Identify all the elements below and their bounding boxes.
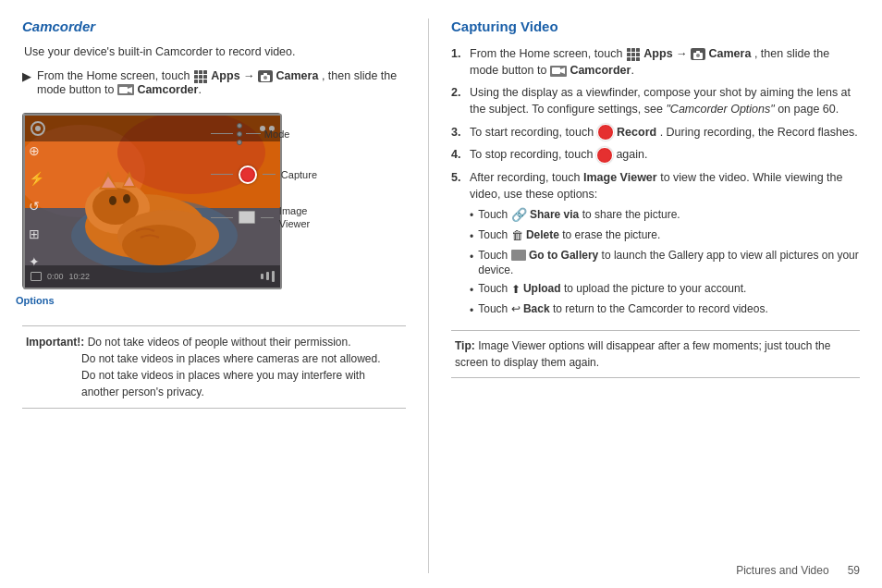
step-num-5: 5. — [451, 169, 464, 319]
step-3: 3. To start recording, touch Record . Du… — [451, 124, 860, 141]
step-1-text: From the Home screen, touch Apps → — [470, 45, 860, 79]
camera-preview-container: 0:00 10:22 ⊕ ⚡ ↺ ⊞ ✦ — [22, 113, 281, 288]
step-5: 5. After recording, touch Image Viewer t… — [451, 169, 860, 319]
thumbnail-box — [31, 272, 42, 281]
bar2 — [266, 272, 269, 280]
apps-grid-icon — [194, 70, 207, 83]
svg-rect-2 — [263, 73, 267, 75]
camcorder-icon-right — [550, 66, 567, 77]
capture-control: Capture — [211, 165, 317, 184]
mode-dot-2 — [237, 131, 242, 137]
viewer-label: ImageViewer — [279, 204, 310, 231]
sub-bullet-gallery: • Touch Go to Gallery to launch the Gall… — [470, 248, 860, 279]
selfie-icon: ↺ — [29, 199, 44, 214]
important-text1: Do not take videos of people without the… — [88, 336, 351, 349]
flash-icon: ⚡ — [29, 171, 44, 186]
left-side-icons: ⊕ ⚡ ↺ ⊞ ✦ — [29, 143, 44, 269]
camera-icon-right — [691, 48, 705, 60]
footer-section: Pictures and Video — [736, 564, 829, 577]
trash-icon: 🗑 — [511, 227, 523, 244]
capture-button[interactable] — [239, 165, 257, 184]
capture-line2 — [263, 174, 276, 175]
svg-rect-23 — [696, 51, 700, 53]
step-1: 1. From the Home screen, touch Apps → — [451, 45, 860, 79]
apps-grid-icon-right — [627, 48, 640, 61]
arrow-bullet-icon: ▶ — [22, 69, 31, 83]
bullet-dot-3: • — [470, 250, 473, 265]
important-box: Important!: Do not take videos of people… — [22, 325, 406, 409]
mode-label: Mode — [264, 129, 290, 140]
sub-bullet-delete: • Touch 🗑 Delete to erase the picture. — [470, 227, 860, 245]
bar1 — [261, 274, 263, 279]
share-text: Touch 🔗 Share via to share the picture. — [478, 206, 680, 225]
steps-list: 1. From the Home screen, touch Apps → — [451, 45, 860, 319]
mode-line — [211, 133, 233, 134]
share-icon: 🔗 — [511, 206, 527, 225]
grid-icon: ⊞ — [29, 227, 44, 241]
intro-text: Use your device's built-in Camcorder to … — [24, 45, 406, 58]
record-button-inline-2 — [596, 147, 613, 164]
tip-text: Image Viewer options will disappear afte… — [455, 339, 830, 369]
upload-icon: ⬆ — [511, 282, 521, 298]
settings-circle-icon — [31, 121, 45, 136]
svg-point-1 — [263, 76, 267, 80]
step-2-text: Using the display as a viewfinder, compo… — [470, 84, 860, 117]
important-text2: Do not take videos in places where camer… — [81, 350, 402, 367]
bullet-dot-2: • — [470, 229, 473, 245]
capture-label: Capture — [281, 169, 317, 180]
timer-text: 0:00 — [47, 272, 64, 281]
sub-bullets-list: • Touch 🔗 Share via to share the picture… — [470, 206, 860, 319]
svg-point-22 — [696, 54, 700, 57]
viewer-control: ImageViewer — [211, 204, 310, 231]
svg-rect-3 — [119, 87, 128, 93]
step-2: 2. Using the display as a viewfinder, co… — [451, 84, 860, 117]
svg-point-18 — [123, 194, 130, 203]
svg-point-17 — [109, 196, 116, 205]
mode-dots — [237, 123, 242, 145]
options-label: Options — [16, 295, 55, 306]
page-number: 59 — [848, 564, 860, 577]
bar3 — [272, 271, 275, 282]
svg-point-20 — [122, 225, 196, 265]
zoom-icon: ⊕ — [29, 143, 44, 158]
camcorder-mode-icon — [117, 84, 134, 95]
mode-line2 — [246, 133, 261, 134]
camcorder-svg-2 — [552, 67, 565, 75]
capture-line — [211, 174, 233, 175]
bullet-dot-1: • — [470, 208, 473, 224]
step-4-text: To stop recording, touch again. — [470, 146, 647, 164]
sub-bullet-upload: • Touch ⬆ Upload to upload the picture t… — [470, 281, 860, 299]
back-text: Touch ↩ Back to return to the Camcorder … — [478, 301, 768, 317]
gallery-text: Touch Go to Gallery to launch the Galler… — [478, 248, 860, 279]
delete-text: Touch 🗑 Delete to erase the picture. — [478, 227, 660, 244]
bottom-left-ui: 0:00 10:22 — [31, 272, 90, 281]
important-text3: Do not take videos in places where you m… — [81, 367, 402, 400]
step-num-2: 2. — [451, 84, 464, 117]
camera-svg — [260, 72, 271, 81]
back-icon: ↩ — [511, 301, 521, 317]
mode-dot-3 — [237, 140, 242, 145]
svg-marker-4 — [128, 87, 132, 93]
record-button-inline — [597, 124, 614, 141]
mode-dot-1 — [237, 123, 242, 129]
camera-svg-2 — [692, 50, 704, 59]
step-3-text: To start recording, touch Record . Durin… — [470, 124, 858, 141]
instruction-text: From the Home screen, touch Apps → — [37, 69, 406, 96]
left-title: Camcorder — [22, 18, 406, 34]
tip-box: Tip: Image Viewer options will disappear… — [451, 330, 860, 378]
camera-icon — [258, 70, 273, 82]
tip-label: Tip: — [455, 339, 475, 352]
svg-marker-25 — [560, 67, 565, 74]
bullet-dot-4: • — [470, 283, 473, 299]
gallery-icon — [511, 250, 526, 261]
right-column: Capturing Video 1. From the Home screen,… — [451, 18, 860, 573]
sub-bullet-share: • Touch 🔗 Share via to share the picture… — [470, 206, 860, 225]
step-num-4: 4. — [451, 146, 464, 164]
home-screen-instruction: ▶ From the Home screen, touch Apps → — [22, 69, 406, 96]
right-title: Capturing Video — [451, 18, 860, 34]
important-label: Important!: — [26, 336, 84, 349]
step-num-3: 3. — [451, 124, 464, 141]
sub-bullet-back: • Touch ↩ Back to return to the Camcorde… — [470, 301, 860, 319]
time-text: 10:22 — [69, 272, 91, 281]
step-4: 4. To stop recording, touch again. — [451, 146, 860, 164]
